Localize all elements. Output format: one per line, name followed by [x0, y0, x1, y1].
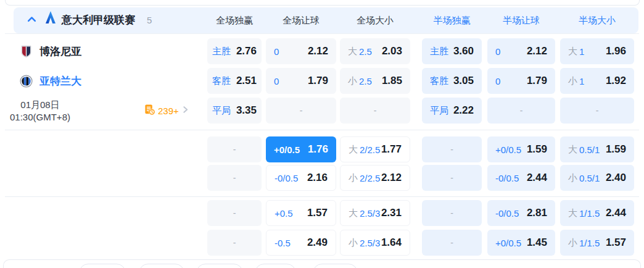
- odds-selection-label: -0/0.5: [495, 208, 519, 219]
- odds-row: -+0/0.51.76大2/2.51.77-+0/0.51.59大0.5/11.…: [0, 136, 644, 162]
- over-under-prefix: 小: [568, 237, 577, 249]
- odds-selection-label: 0: [495, 46, 500, 57]
- odds-value: 2.16: [307, 172, 328, 184]
- odds-cell-empty: -: [207, 200, 262, 226]
- odds-cell[interactable]: +0/0.51.45: [487, 230, 555, 256]
- selection-label: +0/0.5: [274, 144, 300, 155]
- odds-selection-label: -0/0.5: [495, 173, 519, 183]
- empty-dash: -: [274, 106, 328, 115]
- handicap-line: 1/1.5: [579, 238, 600, 248]
- selection-label: 客胜: [212, 75, 231, 87]
- odds-value: 1.79: [527, 75, 547, 87]
- odds-value: 1.96: [606, 45, 626, 57]
- league-match-count: 5: [147, 7, 152, 33]
- odds-cell[interactable]: 大2.5/32.31: [340, 200, 410, 226]
- handicap-line: 2/2.5: [360, 173, 380, 183]
- odds-selection-label: 大2.5/3: [349, 207, 380, 219]
- over-under-prefix: 大: [568, 207, 577, 219]
- column-header-0: 全场独赢: [207, 7, 262, 33]
- previous-card-bottom-edge: [5, 0, 640, 6]
- collapse-league-button[interactable]: [19, 7, 44, 33]
- serie-a-logo-icon: [44, 10, 57, 25]
- selection-label: 客胜: [430, 75, 448, 87]
- selection-label: 0: [274, 76, 279, 86]
- section-divider: [5, 130, 639, 130]
- odds-cell[interactable]: 大2/2.51.77: [340, 136, 410, 162]
- odds-selection-label: 小0.5/1: [568, 172, 600, 184]
- odds-cell-empty: -: [487, 98, 555, 124]
- odds-cell-empty: -: [207, 230, 262, 256]
- over-under-prefix: 大: [568, 46, 577, 57]
- quick-option-pill[interactable]: [313, 264, 358, 268]
- odds-selection-label: 大1: [568, 46, 584, 57]
- odds-value: 2.49: [307, 237, 328, 249]
- odds-selection-label: +0/0.5: [495, 238, 521, 248]
- odds-cell[interactable]: -0/0.52.44: [487, 165, 555, 191]
- odds-cell[interactable]: 主胜2.76: [207, 38, 262, 64]
- odds-cell[interactable]: 大11.96: [560, 38, 634, 64]
- odds-cell[interactable]: +0/0.51.76: [266, 136, 336, 162]
- odds-selection-label: +0.5: [275, 208, 293, 219]
- odds-value: 1.77: [381, 143, 402, 156]
- selection-label: 主胜: [212, 46, 231, 57]
- odds-cell[interactable]: -0.52.49: [266, 230, 336, 256]
- odds-cell-empty: -: [560, 98, 634, 124]
- chevron-up-icon: [27, 14, 37, 27]
- quick-option-pill[interactable]: [255, 264, 296, 268]
- odds-cell[interactable]: -0/0.52.16: [266, 165, 336, 191]
- odds-row: 客胜2.5101.79小2.51.85客胜3.0501.79小11.92: [0, 68, 644, 94]
- odds-cell[interactable]: 小2.5/31.64: [340, 230, 410, 256]
- odds-selection-label: 大2/2.5: [349, 144, 380, 156]
- odds-selection-label: 小2/2.5: [349, 172, 380, 184]
- odds-value: 2.12: [381, 172, 402, 184]
- quick-option-pill[interactable]: [79, 264, 126, 268]
- empty-dash: -: [495, 106, 547, 115]
- odds-panel: 意大利甲级联赛 5 全场独赢全场让球全场大小半场独赢半场让球半场大小 博洛尼亚: [0, 0, 644, 268]
- odds-cell[interactable]: 小1/1.51.57: [560, 230, 634, 256]
- odds-selection-label: 0: [495, 76, 500, 86]
- odds-cell[interactable]: 小2/2.52.12: [340, 165, 410, 191]
- odds-selection-label: 客胜: [212, 75, 231, 87]
- odds-cell[interactable]: 客胜2.51: [207, 68, 262, 94]
- odds-value: 2.03: [382, 45, 402, 57]
- odds-cell[interactable]: 小11.92: [560, 68, 634, 94]
- odds-cell[interactable]: 平局2.22: [422, 98, 482, 124]
- selection-label: 平局: [430, 105, 448, 117]
- odds-value: 2.12: [527, 45, 547, 57]
- odds-cell[interactable]: 客胜3.05: [422, 68, 482, 94]
- handicap-line: 0.5/1: [579, 173, 600, 183]
- selection-label: -0/0.5: [275, 173, 298, 183]
- selection-label: -0/0.5: [495, 208, 519, 219]
- quick-option-pill[interactable]: [139, 264, 184, 268]
- odds-row: --0/0.52.16小2/2.52.12--0/0.52.44小0.5/12.…: [0, 165, 644, 191]
- odds-cell[interactable]: 大1/1.52.44: [560, 200, 634, 226]
- over-under-prefix: 小: [349, 172, 358, 184]
- odds-cell[interactable]: 主胜3.60: [422, 38, 482, 64]
- odds-cell[interactable]: 小2.51.85: [340, 68, 410, 94]
- over-under-prefix: 大: [348, 46, 357, 57]
- odds-cell[interactable]: 01.79: [487, 68, 555, 94]
- odds-cell[interactable]: 02.12: [266, 38, 336, 64]
- odds-selection-label: -0/0.5: [275, 173, 298, 183]
- odds-value: 2.81: [527, 207, 547, 219]
- over-under-prefix: 小: [568, 75, 577, 87]
- odds-value: 2.12: [308, 45, 328, 57]
- odds-cell[interactable]: 02.12: [487, 38, 555, 64]
- column-header-3: 半场独赢: [422, 7, 482, 33]
- quick-option-pill[interactable]: [196, 264, 243, 268]
- odds-cell[interactable]: +0/0.51.59: [487, 136, 555, 162]
- empty-dash: -: [430, 144, 474, 154]
- odds-cell[interactable]: 大0.5/11.59: [560, 136, 634, 162]
- selection-label: 平局: [212, 105, 231, 117]
- over-under-prefix: 大: [349, 144, 358, 156]
- odds-selection-label: +0/0.5: [495, 144, 521, 155]
- odds-cell[interactable]: 01.79: [266, 68, 336, 94]
- odds-cell[interactable]: 大2.52.03: [340, 38, 410, 64]
- empty-dash: -: [430, 173, 474, 183]
- odds-cell[interactable]: 平局3.35: [207, 98, 262, 124]
- odds-cell-empty: -: [422, 230, 482, 256]
- empty-dash: -: [430, 238, 474, 248]
- odds-cell[interactable]: -0/0.52.81: [487, 200, 555, 226]
- odds-cell[interactable]: +0.51.57: [266, 200, 336, 226]
- odds-cell[interactable]: 小0.5/12.40: [560, 165, 634, 191]
